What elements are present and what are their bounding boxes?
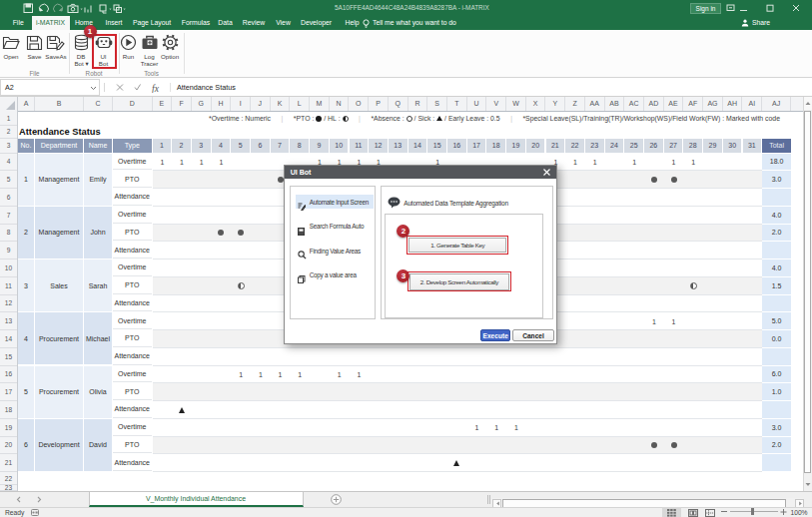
svg-text:fx: fx (152, 84, 160, 94)
